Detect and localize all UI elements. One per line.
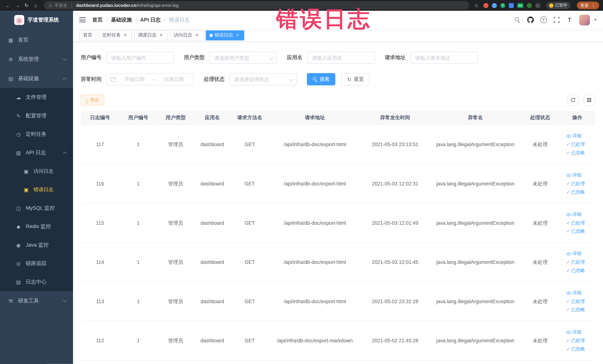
extension-icon-dark-green[interactable] (527, 3, 532, 8)
tab-2[interactable]: 调度日志× (134, 30, 168, 40)
sidebar-logo[interactable]: 芋道管理系统 (0, 11, 73, 29)
cell-status: 未处理 (521, 321, 559, 360)
action-ignored-link[interactable]: ✓已忽略 (567, 150, 585, 156)
action-processed-link[interactable]: ✓已处理 (567, 259, 585, 265)
download-icon: ↓ (86, 97, 88, 103)
sidebar-item-scheduled-job[interactable]: ◷定时任务 (0, 125, 73, 143)
extension-icon-on-badge[interactable]: on (517, 3, 523, 8)
hamburger-icon[interactable] (79, 17, 86, 22)
eye-icon (567, 173, 571, 177)
close-icon[interactable]: × (235, 33, 240, 38)
doc-edit-icon: ▣ (23, 168, 29, 174)
close-icon[interactable]: × (123, 33, 128, 38)
cell-user-id: 1 (119, 321, 157, 360)
search-icon[interactable] (514, 16, 521, 23)
action-detail-link[interactable]: 详细 (567, 250, 581, 257)
action-ignored-link[interactable]: ✓已忽略 (567, 228, 585, 235)
action-processed-link[interactable]: ✓已处理 (567, 298, 585, 305)
back-icon[interactable]: ← (4, 1, 12, 10)
sidebar-item-java-monitor[interactable]: ◉Java 监控 (0, 236, 73, 254)
dashboard-icon: ▦ (8, 37, 14, 43)
request-url-input[interactable] (410, 52, 478, 64)
extension-icon-green-y[interactable]: Y (500, 3, 505, 8)
action-ignored-link[interactable]: ✓已忽略 (567, 306, 585, 313)
app-name-input[interactable] (307, 52, 375, 64)
sidebar-item-error-log[interactable]: ▣错误日志 (0, 180, 73, 199)
sidebar-item-mysql-monitor[interactable]: ◫MySQL 监控 (0, 199, 73, 218)
cell-method: GET (231, 282, 269, 321)
action-detail-link[interactable]: 详细 (567, 329, 581, 335)
export-button[interactable]: ↓ 导出 (81, 94, 104, 105)
home-icon[interactable]: ⌂ (32, 1, 40, 10)
action-processed-link[interactable]: ✓已处理 (567, 141, 585, 148)
sidebar-item-link-trace[interactable]: ◎链路追踪 (0, 254, 73, 273)
user-type-select[interactable] (209, 52, 277, 64)
tab-3[interactable]: 访问日志× (170, 30, 203, 40)
sidebar-item-infra[interactable]: ▤基础设施 (0, 69, 73, 88)
chrome-update-button[interactable]: 更新 ⋮ (577, 1, 599, 9)
process-status-select[interactable] (229, 73, 297, 85)
sidebar-item-dev-tools[interactable]: ⚒研发工具 (0, 291, 73, 310)
tab-1[interactable]: 定时任务× (98, 30, 132, 40)
extension-icon-blue-grid[interactable] (509, 3, 514, 8)
refresh-table-button[interactable] (567, 94, 579, 106)
help-icon[interactable]: ? (540, 16, 547, 23)
sidebar-item-redis-monitor[interactable]: ◆Redis 监控 (0, 217, 73, 236)
sidebar-item-label: 首页 (18, 36, 66, 43)
fullscreen-icon[interactable] (553, 16, 560, 23)
range-separator: - (153, 76, 155, 82)
paused-profile-chip[interactable]: 已暂停 (546, 2, 570, 9)
sidebar-item-access-log[interactable]: ▣访问日志 (0, 162, 73, 180)
sidebar-item-system[interactable]: ⚙系统管理 (0, 50, 73, 69)
sidebar-item-log-center[interactable]: ▤日志中心 (0, 273, 73, 291)
extension-icon-paw[interactable] (535, 3, 540, 8)
action-detail-link[interactable]: 详细 (567, 290, 581, 296)
sidebar-item-file-manage[interactable]: ☁文件管理 (0, 88, 73, 107)
tab-4[interactable]: 错误日志× (206, 30, 244, 40)
sidebar-item-config-manage[interactable]: ✎配置管理 (0, 107, 73, 125)
font-size-icon[interactable]: T (566, 16, 573, 23)
date-range-picker[interactable]: 开始日期 - 结束日期 (106, 73, 194, 85)
breadcrumb-item-1[interactable]: 基础设施 (111, 16, 132, 23)
toolbar-right (563, 94, 595, 106)
breadcrumb-item-2[interactable]: API 日志 (140, 16, 161, 23)
github-icon[interactable] (527, 16, 534, 23)
sidebar-item-home[interactable]: ▦首页 (0, 30, 73, 50)
action-detail-link[interactable]: 详细 (567, 211, 581, 218)
close-icon[interactable]: × (159, 33, 164, 38)
action-ignored-link[interactable]: ✓已忽略 (567, 346, 585, 352)
omnibox-divider (71, 3, 72, 8)
reload-icon[interactable]: ↻ (22, 1, 31, 10)
extension-icon-blue[interactable] (492, 3, 497, 8)
action-ignored-link[interactable]: ✓已忽略 (567, 267, 585, 274)
column-header-9: 操作 (559, 111, 595, 125)
action-label: 已忽略 (571, 267, 585, 274)
row-actions: 详细✓已处理✓已忽略 (567, 211, 588, 235)
column-settings-button[interactable] (583, 94, 595, 106)
reset-button[interactable]: ↻ 重置 (341, 73, 370, 85)
search-button[interactable]: 搜索 (307, 73, 336, 85)
address-bar[interactable]: ⚠ 不安全 dashboard.yudao.iocoder.cn/infra/l… (44, 1, 469, 10)
browser-menu-icon[interactable]: ⋮ (591, 3, 596, 8)
action-label: 详细 (572, 133, 581, 139)
action-detail-link[interactable]: 详细 (567, 172, 581, 178)
action-processed-link[interactable]: ✓已处理 (567, 180, 585, 187)
close-icon[interactable]: × (194, 33, 200, 38)
tab-0[interactable]: 首页 (79, 30, 96, 40)
table-row: 1141管理员dashboardGET/api/infra/db-doc/exp… (81, 243, 595, 282)
breadcrumb-item-0[interactable]: 首页 (92, 16, 103, 23)
action-processed-link[interactable]: ✓已处理 (567, 337, 585, 344)
bookmark-star-icon[interactable]: ☆ (473, 1, 480, 10)
sidebar-item-label: 访问日志 (33, 168, 66, 175)
table-row: 1131管理员dashboardGET/api/infra/db-doc/exp… (81, 282, 595, 321)
action-detail-link[interactable]: 详细 (567, 133, 581, 139)
security-label[interactable]: 不安全 (55, 2, 67, 8)
user-id-input[interactable] (106, 52, 174, 64)
sidebar-item-api-log[interactable]: ▧API 日志 (0, 143, 73, 162)
action-processed-link[interactable]: ✓已处理 (567, 220, 585, 226)
action-ignored-link[interactable]: ✓已忽略 (567, 189, 585, 195)
user-avatar[interactable] (579, 14, 590, 25)
forward-icon[interactable]: → (13, 1, 22, 10)
avatar-caret-icon[interactable] (594, 19, 597, 21)
extension-icon-red[interactable] (483, 3, 488, 8)
